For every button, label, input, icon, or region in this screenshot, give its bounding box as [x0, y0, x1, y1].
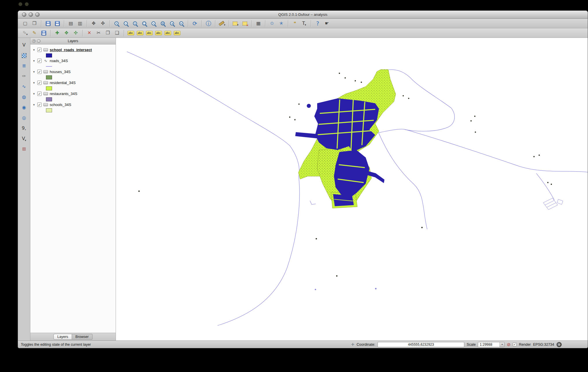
scale-combobox[interactable]: 1:29988 ▾ — [478, 342, 504, 347]
disclosure-triangle-icon[interactable]: ▼ — [33, 59, 36, 62]
layers-panel-header[interactable]: ✕ ◦ Layers — [30, 38, 116, 44]
title-bar[interactable]: QGIS 2.0.1-Dufour – analysis — [18, 11, 588, 19]
pan-map-button[interactable]: ✥ — [89, 19, 98, 27]
open-attribute-table-button[interactable]: ▦ — [254, 19, 263, 27]
label-highlight-button[interactable]: abc — [145, 29, 154, 37]
toolbar-separator — [311, 20, 311, 27]
disclosure-triangle-icon[interactable]: ▼ — [33, 49, 36, 51]
layer-name[interactable]: residential_34S — [50, 81, 76, 85]
zoom-last-button[interactable]: ◂ — [168, 19, 176, 27]
zoom-to-selection-button[interactable]: ▪ — [149, 19, 158, 27]
panel-float-button[interactable]: ◦ — [37, 39, 40, 43]
toggle-editing-button[interactable]: ✎ — [30, 29, 39, 37]
scale-label: Scale — [467, 343, 476, 347]
tab-browser[interactable]: Browser — [72, 334, 93, 340]
tab-layers[interactable]: Layers — [53, 334, 72, 340]
add-wms-layer-button[interactable]: ◍ — [20, 93, 28, 101]
paste-features-icon: ❑ — [115, 31, 119, 35]
pan-to-selection-button[interactable]: ✜ — [99, 19, 107, 27]
layer-name[interactable]: restaurants_34S — [50, 92, 77, 96]
coordinate-capture-icon[interactable]: ✛ — [351, 342, 354, 347]
layer-row[interactable]: ▼✓school_roads_intersect — [33, 47, 116, 53]
close-button[interactable] — [22, 12, 26, 17]
delete-selected-button[interactable]: ✕ — [85, 29, 94, 37]
zoom-to-layer-button[interactable]: ▤ — [158, 19, 167, 27]
deselect-features-button[interactable]: ✕ — [241, 19, 249, 27]
measure-line-icon — [219, 21, 224, 26]
layer-visibility-checkbox[interactable]: ✓ — [37, 81, 42, 85]
layer-visibility-checkbox[interactable]: ✓ — [37, 92, 42, 96]
copy-features-button[interactable]: ❐ — [103, 29, 112, 37]
stop-render-icon[interactable]: ⊘ — [507, 342, 511, 347]
paste-features-button[interactable]: ❑ — [113, 29, 121, 37]
composer-manager-button[interactable]: ▥ — [76, 19, 84, 27]
label-rotate-button[interactable]: abc — [163, 29, 172, 37]
whats-this-button[interactable]: ☛ — [323, 19, 331, 27]
coordinate-input[interactable] — [378, 342, 464, 347]
text-annotation-button[interactable]: T▾ — [300, 19, 308, 27]
minimize-button[interactable] — [29, 12, 33, 17]
render-checkbox[interactable]: ✓ — [513, 343, 517, 346]
add-mssql-layer-button[interactable]: ∿ — [20, 82, 28, 91]
zoom-out-button[interactable]: − — [121, 19, 130, 27]
help-contents-button[interactable]: ? — [313, 19, 322, 27]
refresh-map-button[interactable]: ⟳ — [191, 19, 199, 27]
cut-features-button[interactable]: ✂ — [94, 29, 103, 37]
zoom-window-button[interactable] — [35, 12, 40, 17]
add-delimited-text-layer-button[interactable]: 9, — [20, 124, 28, 133]
layer-row[interactable]: ▼✓∿roads_34S — [33, 58, 116, 64]
add-vector-dropdown-button[interactable]: V▾ — [20, 134, 28, 143]
layer-row[interactable]: ▼✓houses_34S — [33, 69, 116, 75]
identify-features-button[interactable]: ⓘ — [204, 19, 213, 27]
label-properties-button[interactable]: abc — [173, 29, 181, 37]
new-shapefile-layer-button[interactable]: ⊞ — [20, 145, 28, 153]
layer-visibility-checkbox[interactable]: ✓ — [37, 103, 42, 107]
add-raster-layer-button[interactable] — [20, 51, 28, 60]
label-move-button[interactable]: abc — [154, 29, 163, 37]
add-wcs-layer-button[interactable]: ◉ — [20, 103, 28, 112]
add-feature-button[interactable]: ✚ — [53, 29, 62, 37]
add-vector-layer-button[interactable]: V — [20, 41, 28, 49]
layer-row[interactable]: ▼✓restaurants_34S — [33, 91, 116, 97]
add-spatialite-layer-button[interactable]: ✑ — [20, 72, 28, 81]
layer-visibility-checkbox[interactable]: ✓ — [37, 59, 42, 63]
layer-name[interactable]: roads_34S — [50, 59, 68, 63]
save-layer-edits-button[interactable] — [39, 29, 48, 37]
new-print-composer-button[interactable]: ▤ — [66, 19, 75, 27]
label-pin-button[interactable]: abc — [136, 29, 144, 37]
map-canvas[interactable] — [116, 38, 588, 341]
layer-row[interactable]: ▼✓residential_34S — [33, 80, 116, 86]
disclosure-triangle-icon[interactable]: ▼ — [33, 92, 36, 95]
measure-line-button[interactable]: ▾ — [218, 19, 226, 27]
layer-name[interactable]: houses_34S — [50, 70, 71, 74]
add-postgis-layer-button[interactable]: ≣ — [20, 62, 28, 70]
add-wfs-layer-button[interactable]: ◎ — [20, 114, 28, 122]
map-tips-button[interactable]: ❝ — [291, 19, 299, 27]
layer-visibility-checkbox[interactable]: ✓ — [37, 48, 42, 52]
show-bookmarks-button[interactable]: ✭ — [277, 19, 286, 27]
save-project-button[interactable] — [44, 19, 52, 27]
zoom-full-button[interactable]: ▢ — [140, 19, 149, 27]
move-feature-button[interactable]: ✥ — [62, 29, 71, 37]
new-project-button[interactable]: ▢ — [21, 19, 29, 27]
zoom-next-button[interactable]: ▸ — [177, 19, 186, 27]
disclosure-triangle-icon[interactable]: ▼ — [33, 103, 36, 106]
panel-close-button[interactable]: ✕ — [32, 39, 36, 43]
disclosure-triangle-icon[interactable]: ▼ — [33, 81, 36, 84]
zoom-in-button[interactable]: + — [112, 19, 121, 27]
crs-status-icon[interactable]: ⊕ — [556, 342, 562, 347]
zoom-native-button[interactable]: 1 — [131, 19, 139, 27]
layer-name[interactable]: schools_34S — [50, 103, 71, 107]
save-project-as-button[interactable] — [53, 19, 62, 27]
layer-name[interactable]: school_roads_intersect — [50, 48, 92, 52]
node-tool-button[interactable]: ✣ — [71, 29, 80, 37]
layer-visibility-checkbox[interactable]: ✓ — [37, 70, 42, 74]
layer-row[interactable]: ▼✓schools_34S — [33, 102, 116, 108]
disclosure-triangle-icon[interactable]: ▼ — [33, 70, 36, 73]
layer-labeling-button[interactable]: abc — [126, 29, 135, 37]
scale-dropdown-arrow-icon[interactable]: ▾ — [500, 342, 504, 347]
open-project-button[interactable]: ❒ — [30, 19, 39, 27]
current-edits-button[interactable]: ✎▾ — [21, 29, 29, 37]
new-bookmark-button[interactable]: ✩ — [268, 19, 276, 27]
select-features-button[interactable]: ▾ — [231, 19, 240, 27]
